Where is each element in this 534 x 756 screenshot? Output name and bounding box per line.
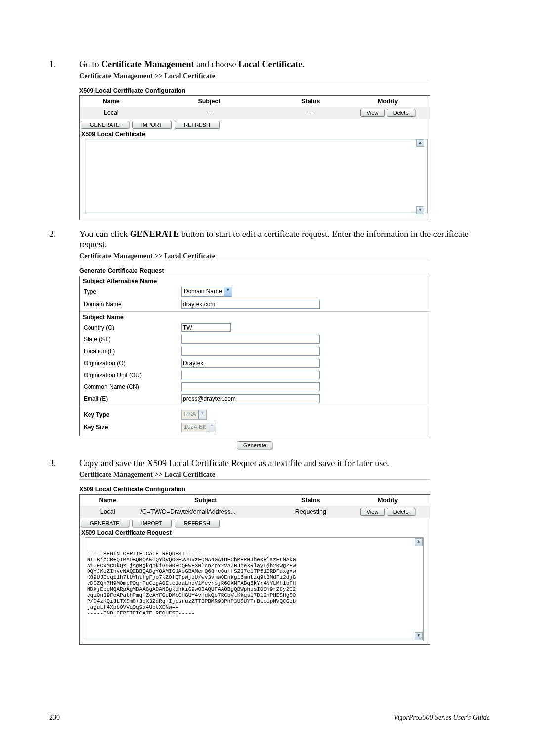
step2-content: You can click GENERATE button to start t…: [79, 229, 490, 449]
view-button3[interactable]: View: [360, 508, 385, 516]
type-label: Type: [80, 288, 181, 295]
cert-text-box[interactable]: -----BEGIN CERTIFICATE REQUEST----- MIIB…: [85, 537, 424, 641]
s1-d: Local Certificate: [238, 59, 302, 69]
row1-status: ---: [275, 107, 346, 119]
tbl-title: X509 Local Certificate Configuration: [79, 87, 430, 94]
kt-label: Key Type: [80, 411, 181, 418]
e-label: Email (E): [80, 395, 181, 402]
view-button[interactable]: View: [360, 109, 385, 117]
s1-e: .: [302, 59, 305, 69]
s1-b: Certificate Management: [101, 59, 194, 69]
o-input[interactable]: [181, 359, 320, 368]
l-input[interactable]: [181, 347, 320, 356]
step2-number: 2.: [49, 229, 79, 449]
ui1-block: Certificate Management >> Local Certific…: [79, 72, 430, 220]
hdr-subject: Subject: [142, 96, 275, 107]
ui3-block: Certificate Management >> Local Certific…: [79, 471, 430, 645]
ks-label: Key Size: [80, 424, 181, 431]
delete-button[interactable]: Delete: [387, 109, 415, 117]
scroll-up-icon[interactable]: ▲: [416, 139, 424, 147]
refresh-button[interactable]: REFRESH: [175, 121, 220, 129]
hdr-modify3: Modify: [346, 495, 430, 506]
step3-content: Copy and save the X509 Local Certificate…: [79, 458, 490, 645]
step3-number: 3.: [49, 458, 79, 645]
x509-sub3: X509 Local Certificate Request: [81, 529, 430, 536]
kt-select: RSA ▼: [181, 410, 207, 420]
chevron-down-icon: ▼: [198, 410, 206, 419]
hdr-subject3: Subject: [135, 495, 275, 506]
s2-a: You can click: [79, 229, 130, 239]
scroll-down-icon[interactable]: ▼: [415, 632, 423, 640]
cert-text: -----BEGIN CERTIFICATE REQUEST----- MIIB…: [87, 551, 421, 616]
cert-textarea-empty[interactable]: [85, 139, 428, 213]
dn-label: Domain Name: [80, 301, 181, 308]
hdr-name3: Name: [80, 495, 135, 506]
guide-title: VigorPro5500 Series User's Guide: [394, 714, 490, 722]
breadcrumb3: Certificate Management >> Local Certific…: [79, 471, 430, 480]
cert-table: Name Subject Status Modify Local --- ---…: [80, 96, 430, 119]
row1-name: Local: [80, 107, 142, 119]
breadcrumb2: Certificate Management >> Local Certific…: [79, 252, 430, 261]
cn-label: Common Name (CN): [80, 383, 181, 390]
s1-a: Go to: [79, 59, 101, 69]
s2-b: GENERATE: [130, 229, 179, 239]
st-label: State (ST): [80, 336, 181, 343]
s1-c: and choose: [194, 59, 238, 69]
import-button3[interactable]: IMPORT: [132, 520, 172, 527]
scroll-down-icon[interactable]: ▼: [416, 206, 424, 214]
hdr-status: Status: [275, 96, 346, 107]
ou-input[interactable]: [181, 371, 320, 379]
dn-input[interactable]: [181, 300, 320, 309]
row3-subject: /C=TW/O=Draytek/emailAddress...: [135, 506, 275, 518]
scroll-up-icon[interactable]: ▲: [415, 538, 423, 546]
hdr-status3: Status: [275, 495, 346, 506]
st-input[interactable]: [181, 335, 320, 344]
import-button[interactable]: IMPORT: [132, 121, 172, 129]
row3-name: Local: [80, 506, 135, 518]
generate-button3[interactable]: GENERATE: [81, 520, 129, 527]
e-input[interactable]: [181, 394, 320, 403]
type-select[interactable]: Domain Name ▼: [181, 287, 232, 297]
chevron-down-icon: ▼: [224, 287, 232, 296]
ou-label: Orginization Unit (OU): [80, 372, 181, 378]
c-input[interactable]: [181, 323, 231, 332]
o-label: Orginization (O): [80, 360, 181, 367]
row1-subject: ---: [142, 107, 275, 119]
l-label: Location (L): [80, 348, 181, 355]
hdr-name: Name: [80, 96, 142, 107]
row3-status: Requesting: [275, 506, 346, 518]
page-number: 230: [49, 714, 60, 722]
generate-submit-button[interactable]: Generate: [237, 441, 272, 449]
step1-number: 1.: [49, 59, 79, 220]
gen-title: Generate Certificate Request: [79, 267, 430, 274]
page-footer: 230 VigorPro5500 Series User's Guide: [49, 714, 490, 722]
cert-table3: Name Subject Status Modify Local /C=TW/O…: [80, 495, 430, 518]
step1-content: Go to Certificate Management and choose …: [79, 59, 490, 220]
tbl3-title: X509 Local Certificate Configuration: [79, 486, 430, 493]
c-label: Country (C): [80, 324, 181, 331]
generate-button[interactable]: GENERATE: [81, 121, 129, 129]
ks-select: 1024 Bit ▼: [181, 423, 216, 432]
x509-sub: X509 Local Certificate: [81, 131, 430, 138]
cn-input[interactable]: [181, 382, 320, 391]
sn-title: Subject Name: [83, 314, 430, 321]
delete-button3[interactable]: Delete: [387, 508, 415, 516]
san-title: Subject Alternative Name: [83, 278, 430, 284]
s3-text: Copy and save the X509 Local Certificate…: [79, 458, 389, 468]
chevron-down-icon: ▼: [208, 423, 216, 432]
ui2-block: Certificate Management >> Local Certific…: [79, 252, 430, 449]
breadcrumb1: Certificate Management >> Local Certific…: [79, 72, 430, 81]
hdr-modify: Modify: [346, 96, 430, 107]
refresh-button3[interactable]: REFRESH: [175, 520, 220, 527]
